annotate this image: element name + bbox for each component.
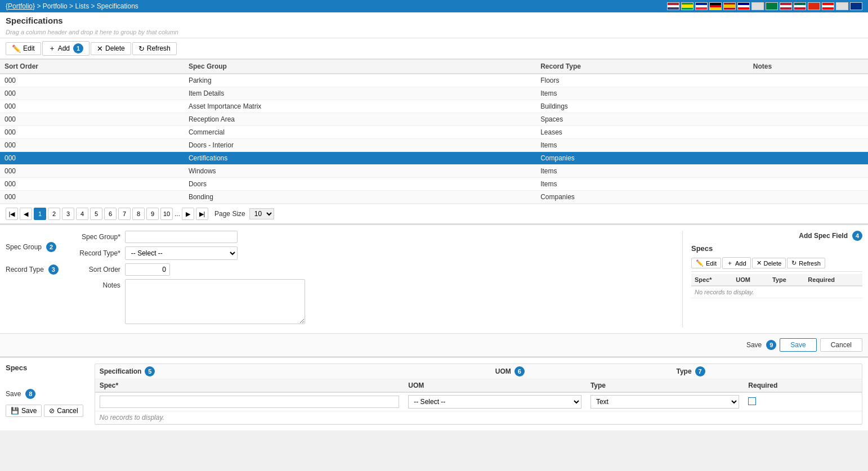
pager-page-8[interactable]: 8 xyxy=(132,208,145,220)
spec-col-annotation: Specification 5 xyxy=(100,366,462,376)
pager-last[interactable]: ▶| xyxy=(196,208,208,220)
uom-badge: 6 xyxy=(514,366,525,376)
pager-first[interactable]: |◀ xyxy=(6,208,18,220)
bottom-spec-input[interactable] xyxy=(100,396,400,408)
record-type-side-label: Record Type 3 xyxy=(6,264,59,275)
bottom-cancel-label: Cancel xyxy=(57,407,78,415)
page-size-select[interactable]: 10 20 50 xyxy=(249,208,274,219)
table-row[interactable]: 000CertificationsCompanies xyxy=(0,152,868,165)
specs-label: Specs xyxy=(691,244,862,253)
col-spec-group: Spec Group xyxy=(184,60,536,74)
col-sort-order: Sort Order xyxy=(0,60,184,74)
specs-edit-icon: ✏️ xyxy=(696,259,704,267)
flag-au xyxy=(737,2,750,10)
bottom-save-area: Save 8 xyxy=(6,389,83,399)
pager-prev[interactable]: ◀ xyxy=(20,208,32,220)
bottom-uom-select[interactable]: -- Select -- xyxy=(408,395,581,409)
pager-page-1[interactable]: 1 xyxy=(34,208,46,220)
table-row[interactable]: 000DoorsItems xyxy=(0,178,868,191)
breadcrumb-specifications: Specifications xyxy=(97,2,138,10)
spec-group-side-label: Spec Group 2 xyxy=(6,242,59,252)
notes-textarea[interactable] xyxy=(125,279,305,324)
sort-order-row: Sort Order xyxy=(64,263,677,276)
bottom-spec-cell xyxy=(95,392,404,411)
add-spec-field-label: Add Spec Field xyxy=(799,232,848,240)
delete-button[interactable]: ✕ Delete xyxy=(91,42,131,55)
bottom-col-type: Type xyxy=(586,379,744,392)
table-row[interactable]: 000ParkingFloors xyxy=(0,74,868,87)
specs-add-label: Add xyxy=(735,260,746,267)
spec-group-input[interactable] xyxy=(125,231,238,243)
pager-page-5[interactable]: 5 xyxy=(90,208,102,220)
flag-extra4 xyxy=(850,2,862,10)
specs-col-spec: Spec* xyxy=(691,274,732,286)
bottom-type-select[interactable]: Text Number Date xyxy=(590,395,739,409)
specs-refresh-btn[interactable]: ↻ Refresh xyxy=(787,258,825,268)
table-row[interactable]: 000Asset Importance MatrixBuildings xyxy=(0,100,868,113)
side-labels: Spec Group 2 Record Type 3 xyxy=(6,231,59,328)
right-panel: Add Spec Field 4 Specs ✏️ Edit ＋ Add ✕ xyxy=(682,231,862,328)
flag-es xyxy=(723,2,736,10)
edit-button[interactable]: ✏️ Edit xyxy=(6,42,41,55)
bottom-left-panel: Specs Save 8 💾 Save ⊘ Cancel xyxy=(6,364,83,417)
add-button[interactable]: ＋ Add 1 xyxy=(42,41,90,56)
save-row-label: Save xyxy=(746,341,762,349)
save-button[interactable]: Save xyxy=(780,338,816,352)
breadcrumb-separator3: > xyxy=(91,2,96,10)
specs-delete-btn[interactable]: ✕ Delete xyxy=(752,258,786,268)
sort-order-input[interactable] xyxy=(125,263,170,276)
refresh-button[interactable]: ↻ Refresh xyxy=(132,42,177,55)
record-type-select[interactable]: -- Select -- xyxy=(125,246,238,260)
main-toolbar: ✏️ Edit ＋ Add 1 ✕ Delete ↻ Refresh xyxy=(0,38,868,59)
bottom-no-records: No records to display. xyxy=(95,411,862,424)
top-bar: {Portfolio} > Portfolio > Lists > Specif… xyxy=(0,0,868,12)
pager-page-3[interactable]: 3 xyxy=(62,208,74,220)
bottom-save-text: Save xyxy=(6,390,21,398)
main-grid: Sort Order Spec Group Record Type Notes … xyxy=(0,59,868,204)
flag-br xyxy=(681,2,693,10)
bottom-required-cell xyxy=(744,392,862,411)
add-spec-field-badge: 4 xyxy=(852,231,862,241)
bottom-edit-row: -- Select -- Text Number Date xyxy=(95,392,862,411)
pager-page-7[interactable]: 7 xyxy=(118,208,131,220)
specs-grid: Spec* UOM Type Required No records to di… xyxy=(691,274,862,298)
pager-ellipsis: ... xyxy=(175,210,180,218)
table-row[interactable]: 000Doors - InteriorItems xyxy=(0,139,868,152)
main-content: Specifications Drag a column header and … xyxy=(0,12,868,356)
table-row[interactable]: 000Reception AreaSpaces xyxy=(0,113,868,126)
bottom-section: Specs Save 8 💾 Save ⊘ Cancel xyxy=(0,356,868,430)
form-fields: Spec Group* Record Type* -- Select -- So… xyxy=(64,231,677,328)
sort-order-label: Sort Order xyxy=(64,266,120,273)
bottom-col-required: Required xyxy=(744,379,862,392)
breadcrumb: {Portfolio} > Portfolio > Lists > Specif… xyxy=(6,2,138,10)
cancel-button[interactable]: Cancel xyxy=(820,338,862,352)
table-row[interactable]: 000WindowsItems xyxy=(0,165,868,178)
flag-de xyxy=(709,2,722,10)
pager-page-10[interactable]: 10 xyxy=(160,208,173,220)
specs-col-required: Required xyxy=(804,274,862,286)
pager-page-2[interactable]: 2 xyxy=(48,208,60,220)
flag-extra1 xyxy=(751,2,764,10)
edit-icon: ✏️ xyxy=(12,44,21,53)
pager-page-4[interactable]: 4 xyxy=(76,208,88,220)
pager-next[interactable]: ▶ xyxy=(182,208,194,220)
bottom-col-spec: Spec* xyxy=(95,379,404,392)
bottom-required-checkbox[interactable] xyxy=(748,397,756,405)
pager-page-9[interactable]: 9 xyxy=(146,208,159,220)
bottom-cancel-button[interactable]: ⊘ Cancel xyxy=(44,405,83,417)
notes-label: Notes xyxy=(64,279,120,289)
bottom-inner: Specs Save 8 💾 Save ⊘ Cancel xyxy=(6,364,862,425)
breadcrumb-portfolio: Portfolio xyxy=(43,2,68,10)
breadcrumb-portfolio-link[interactable]: {Portfolio} xyxy=(6,2,35,10)
table-row[interactable]: 000BondingCompanies xyxy=(0,191,868,204)
specs-delete-label: Delete xyxy=(764,260,782,267)
table-row[interactable]: 000CommercialLeases xyxy=(0,126,868,139)
flag-extra2 xyxy=(780,2,792,10)
uom-col-annotation: UOM 6 xyxy=(495,366,677,376)
bottom-save-button[interactable]: 💾 Save xyxy=(6,405,42,417)
bottom-grid-wrapper: Specification 5 UOM 6 Type 7 xyxy=(95,364,862,425)
specs-add-btn[interactable]: ＋ Add xyxy=(722,257,751,269)
table-row[interactable]: 000Item DetailsItems xyxy=(0,87,868,100)
specs-edit-btn[interactable]: ✏️ Edit xyxy=(691,258,721,268)
pager-page-6[interactable]: 6 xyxy=(104,208,117,220)
